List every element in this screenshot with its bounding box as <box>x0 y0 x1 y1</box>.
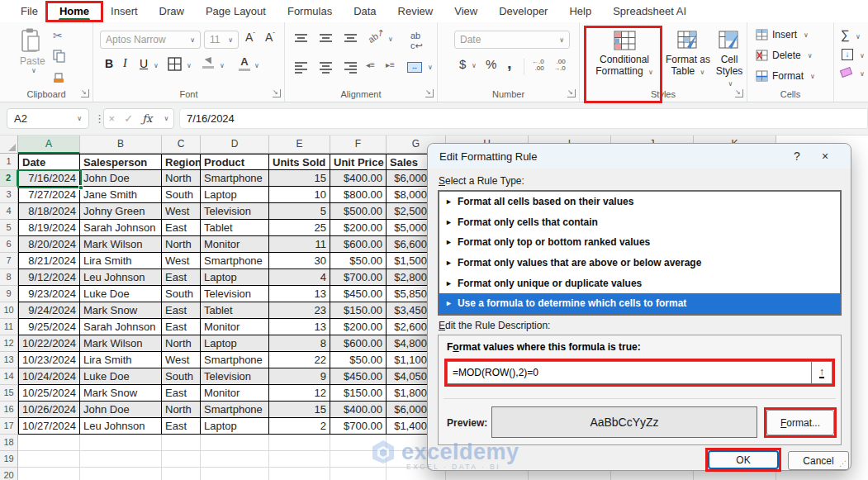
cell-B15[interactable]: Mark Snow <box>80 385 162 402</box>
align-top-button[interactable] <box>295 34 307 42</box>
cell-A6[interactable]: 8/20/2024 <box>18 236 80 253</box>
cell-C14[interactable]: South <box>162 368 201 385</box>
cell-B9[interactable]: Luke Doe <box>80 286 162 302</box>
tab-view[interactable]: View <box>443 0 488 22</box>
column-header-A[interactable]: A <box>18 135 80 154</box>
row-header-7[interactable]: 7 <box>0 253 18 269</box>
row-header-2[interactable]: 2 <box>0 170 18 187</box>
cell-F2[interactable]: $400.00 <box>330 170 387 187</box>
formula-input[interactable]: 7/16/2024 <box>179 108 868 129</box>
percent-button[interactable]: % <box>486 57 496 71</box>
borders-button[interactable] <box>168 57 182 71</box>
cell-E1[interactable]: Units Sold <box>269 154 330 170</box>
select-all-corner[interactable] <box>0 135 18 154</box>
cell-B10[interactable]: Mark Snow <box>80 302 162 319</box>
cell-D7[interactable]: Smartphone <box>201 253 269 269</box>
cell-B20[interactable] <box>80 468 162 480</box>
cell-F13[interactable]: $50.00 <box>330 352 387 368</box>
number-dialog-launcher-icon[interactable]: ↘ <box>567 89 576 97</box>
cell-D12[interactable]: Laptop <box>201 335 269 352</box>
bold-button[interactable]: B <box>105 57 113 70</box>
cell-F7[interactable]: $50.00 <box>330 253 387 269</box>
cell-D9[interactable]: Television <box>201 286 269 302</box>
cell-D14[interactable]: Television <box>201 368 269 385</box>
cell-E5[interactable]: 25 <box>269 220 330 236</box>
wrap-text-button[interactable]: abc↩ <box>410 31 423 51</box>
row-header-5[interactable]: 5 <box>0 220 18 236</box>
align-bottom-button[interactable] <box>344 34 357 42</box>
cell-A12[interactable]: 10/22/2024 <box>18 335 80 352</box>
cell-C13[interactable]: West <box>162 352 201 368</box>
row-header-20[interactable]: 20 <box>0 468 18 480</box>
cell-E10[interactable]: 23 <box>269 302 330 319</box>
font-name-combo[interactable]: Aptos Narrow∨ <box>100 31 201 49</box>
cell-A19[interactable] <box>18 451 80 468</box>
cell-D3[interactable]: Laptop <box>201 187 269 203</box>
tab-help[interactable]: Help <box>558 0 602 22</box>
cell-D4[interactable]: Television <box>201 203 269 220</box>
row-header-17[interactable]: 17 <box>0 418 18 435</box>
cell-A4[interactable]: 8/18/2024 <box>18 203 80 220</box>
cell-C20[interactable] <box>162 468 201 480</box>
cell-E7[interactable]: 30 <box>269 253 330 269</box>
tab-file[interactable]: File <box>10 0 49 22</box>
cell-D6[interactable]: Monitor <box>201 236 269 253</box>
cell-F9[interactable]: $450.00 <box>330 286 387 302</box>
tab-spreadsheet-ai[interactable]: Spreadsheet AI <box>602 0 697 22</box>
cell-C15[interactable]: East <box>162 385 201 402</box>
cell-F19[interactable] <box>330 451 387 468</box>
cell-D17[interactable]: Laptop <box>201 418 269 435</box>
cell-E6[interactable]: 11 <box>269 236 330 253</box>
clipboard-dialog-launcher-icon[interactable]: ↘ <box>81 89 89 97</box>
cell-D11[interactable]: Monitor <box>201 319 269 335</box>
row-header-11[interactable]: 11 <box>0 319 18 335</box>
cell-C5[interactable]: East <box>162 220 201 236</box>
row-header-3[interactable]: 3 <box>0 187 18 203</box>
format-as-table-button[interactable]: Format asTable ∨ <box>665 31 711 77</box>
cell-E9[interactable]: 13 <box>269 286 330 302</box>
cell-C6[interactable]: North <box>162 236 201 253</box>
decrease-decimal-button[interactable]: .00→.0 <box>553 59 566 72</box>
cell-D2[interactable]: Smartphone <box>201 170 269 187</box>
cell-C18[interactable] <box>162 435 201 451</box>
paste-button[interactable]: Paste ∨ <box>20 27 45 74</box>
collapse-dialog-button[interactable]: ↑ <box>811 361 832 384</box>
comma-style-button[interactable]: , <box>507 54 512 73</box>
dialog-title-bar[interactable]: Edit Formatting Rule ? × <box>428 144 851 169</box>
cell-A16[interactable]: 10/26/2024 <box>18 402 80 418</box>
cell-E4[interactable]: 5 <box>269 203 330 220</box>
confirm-entry-icon[interactable]: ✓ <box>124 112 133 125</box>
font-color-button[interactable]: A <box>239 55 250 71</box>
cell-B1[interactable]: Salesperson <box>80 154 162 170</box>
font-dialog-launcher-icon[interactable]: ↘ <box>273 89 281 97</box>
cell-D10[interactable]: Tablet <box>201 302 269 319</box>
column-header-E[interactable]: E <box>269 135 330 154</box>
tab-review[interactable]: Review <box>387 0 444 22</box>
cell-F10[interactable]: $150.00 <box>330 302 387 319</box>
tab-insert[interactable]: Insert <box>100 0 149 22</box>
cell-F4[interactable]: $500.00 <box>330 203 387 220</box>
cell-D20[interactable] <box>201 468 269 480</box>
cell-D5[interactable]: Tablet <box>201 220 269 236</box>
italic-button[interactable]: I <box>123 57 127 70</box>
dialog-resize-grip[interactable]: ⋰ <box>839 459 847 468</box>
ok-button[interactable]: OK <box>708 450 779 469</box>
cancel-entry-icon[interactable]: × <box>109 112 116 125</box>
row-header-14[interactable]: 14 <box>0 368 18 385</box>
cell-A18[interactable] <box>18 435 80 451</box>
cell-B2[interactable]: John Doe <box>80 170 162 187</box>
cell-E17[interactable]: 2 <box>269 418 330 435</box>
cell-B4[interactable]: Johny Green <box>80 203 162 220</box>
cell-D8[interactable]: Laptop <box>201 269 269 286</box>
decrease-indent-button[interactable]: ◂≡ <box>366 60 375 69</box>
cell-C11[interactable]: East <box>162 319 201 335</box>
rule-type-item-5[interactable]: ►Format only unique or duplicate values <box>439 273 840 293</box>
cell-C2[interactable]: North <box>162 170 201 187</box>
cell-A7[interactable]: 8/21/2024 <box>18 253 80 269</box>
autosum-button[interactable]: ∑ ∨ <box>841 27 861 41</box>
cell-F17[interactable]: $700.00 <box>330 418 387 435</box>
cell-D15[interactable]: Monitor <box>201 385 269 402</box>
tab-data[interactable]: Data <box>343 0 387 22</box>
tab-draw[interactable]: Draw <box>149 0 195 22</box>
cell-D19[interactable] <box>201 451 269 468</box>
